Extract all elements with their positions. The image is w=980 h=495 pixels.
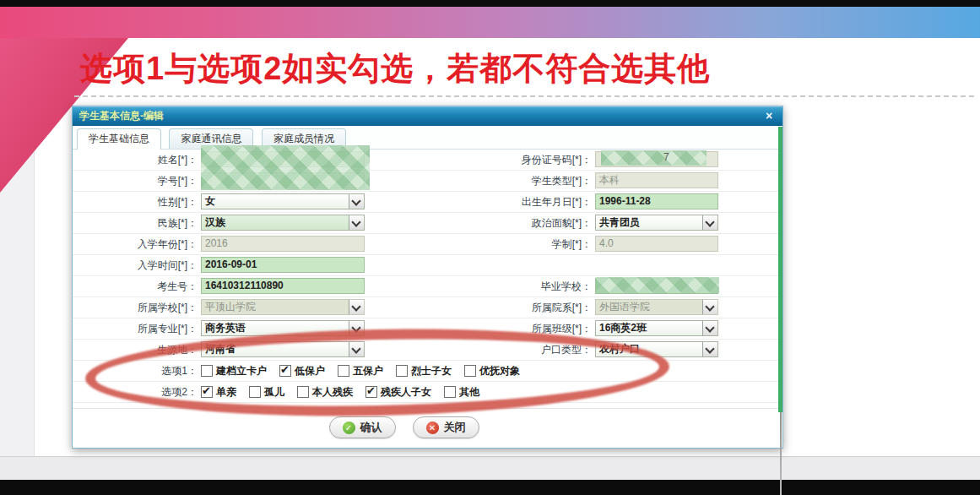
checkbox-icon[interactable]: [464, 365, 476, 377]
chevron-down-icon: [702, 215, 717, 230]
row-gender-birthdate: 性别[*]： 女 出生年月日[*]： 1996-11-28: [73, 192, 782, 213]
scrollbar-thumb[interactable]: [778, 127, 782, 412]
check-icon: ✓: [343, 422, 355, 434]
id-number-field[interactable]: 4: [595, 151, 718, 167]
row-major-class: 所属专业[*]： 商务英语 所属班级[*]： 16商英2班: [73, 318, 782, 340]
chevron-down-icon: [702, 321, 717, 335]
checkbox-icon[interactable]: [297, 386, 309, 398]
ethnicity-select[interactable]: 汉族: [201, 215, 365, 231]
dialog-title: 学生基本信息-编辑: [79, 110, 164, 122]
hukou-type-select[interactable]: 农村户口: [595, 341, 718, 357]
row-option1: 选项1： 建档立卡户 低保户 五保户 烈士子女 优抚对象: [73, 361, 782, 382]
student-no-field[interactable]: [201, 172, 365, 188]
checkbox-icon[interactable]: [201, 386, 213, 398]
ethnicity-label: 民族[*]：: [73, 213, 198, 233]
chevron-down-icon: [702, 342, 717, 356]
exam-no-field[interactable]: 16410312110890: [201, 278, 365, 294]
row-examno-school: 考生号： 16410312110890 毕业学校：: [73, 276, 782, 297]
hukou-type-label: 户口类型：: [393, 340, 592, 360]
id-visible-char-right: 7: [663, 151, 669, 163]
chevron-down-icon: [349, 300, 364, 314]
checkbox-lieshizinv[interactable]: 烈士子女: [396, 364, 452, 378]
origin-select[interactable]: 河南省: [201, 341, 365, 357]
chevron-down-icon: [349, 342, 364, 356]
form-rows: 姓名[*]： 身份证号码[*]： 4 7 学号[*]： 学生类型[*]： 本科 …: [73, 150, 782, 403]
row-school-department: 所属学校[*]： 平顶山学院 所属院系[*]： 外国语学院: [73, 297, 782, 318]
exam-no-label: 考生号：: [73, 276, 198, 296]
close-button[interactable]: ✕关闭: [413, 416, 479, 438]
school-select[interactable]: 平顶山学院: [201, 299, 365, 315]
major-select[interactable]: 商务英语: [201, 320, 365, 336]
political-status-select[interactable]: 共青团员: [595, 215, 718, 231]
row-enrollyear-length: 入学年份[*]： 2016 学制[*]： 4.0: [73, 234, 782, 255]
tab-bar: 学生基础信息 家庭通讯信息 家庭成员情况: [73, 126, 782, 150]
checkbox-benrencanji[interactable]: 本人残疾: [297, 385, 353, 400]
program-length-label: 学制[*]：: [393, 234, 592, 254]
option1-checkbox-group: 建档立卡户 低保户 五保户 烈士子女 优抚对象: [201, 361, 520, 381]
dialog-titlebar[interactable]: 学生基本信息-编辑 ×: [73, 106, 782, 126]
row-origin-hukou: 生源地： 河南省 户口类型： 农村户口: [73, 340, 782, 361]
dashed-divider: [74, 95, 974, 97]
row-studentno-type: 学号[*]： 学生类型[*]： 本科: [73, 171, 782, 192]
chevron-down-icon: [349, 194, 364, 209]
political-status-label: 政治面貌[*]：: [393, 213, 592, 233]
checkbox-youfuduixiang[interactable]: 优抚对象: [464, 364, 520, 378]
checkbox-guer[interactable]: 孤儿: [249, 385, 284, 400]
gender-label: 性别[*]：: [73, 192, 198, 212]
chevron-down-icon: [349, 321, 364, 335]
chevron-down-icon: [702, 300, 717, 314]
letterbox-bottom-bar: [0, 480, 980, 495]
school-label: 所属学校[*]：: [73, 297, 198, 318]
option1-label: 选项1：: [73, 361, 198, 381]
close-icon[interactable]: ×: [762, 109, 776, 122]
student-info-edit-dialog: 学生基本信息-编辑 × 学生基础信息 家庭通讯信息 家庭成员情况 姓名[*]： …: [72, 106, 783, 449]
name-field[interactable]: [201, 151, 365, 167]
checkbox-icon[interactable]: [338, 365, 349, 377]
slide-bottom-strip: [0, 456, 980, 481]
origin-label: 生源地：: [73, 340, 198, 360]
option2-checkbox-group: 单亲 孤儿 本人残疾 残疾人子女 其他: [201, 382, 479, 402]
confirm-button[interactable]: ✓确认: [329, 416, 396, 438]
checkbox-icon[interactable]: [444, 386, 456, 398]
enroll-year-label: 入学年份[*]：: [73, 234, 198, 254]
tab-student-basic-info[interactable]: 学生基础信息: [77, 128, 161, 150]
id-number-label: 身份证号码[*]：: [393, 150, 592, 170]
close-icon: ✕: [426, 422, 439, 434]
annotation-headline: 选项1与选项2如实勾选，若都不符合选其他: [80, 47, 710, 90]
class-select[interactable]: 16商英2班: [595, 320, 718, 336]
row-option2: 选项2： 单亲 孤儿 本人残疾 残疾人子女 其他: [73, 382, 782, 403]
checkbox-icon[interactable]: [279, 365, 291, 377]
checkbox-icon[interactable]: [365, 386, 377, 398]
birthdate-label: 出生年月日[*]：: [393, 192, 592, 212]
student-type-field[interactable]: 本科: [595, 172, 718, 188]
enroll-year-field[interactable]: 2016: [201, 236, 365, 252]
gender-select[interactable]: 女: [201, 193, 365, 209]
checkbox-danqin[interactable]: 单亲: [201, 385, 236, 400]
option2-label: 选项2：: [73, 382, 198, 402]
row-name-id: 姓名[*]： 身份证号码[*]： 4 7: [73, 150, 782, 171]
checkbox-icon[interactable]: [396, 365, 408, 377]
slide-top-gradient-band: [0, 7, 980, 38]
department-label: 所属院系[*]：: [393, 297, 592, 318]
row-ethnic-political: 民族[*]： 汉族 政治面貌[*]： 共青团员: [73, 213, 782, 234]
checkbox-jiandanglika[interactable]: 建档立卡户: [201, 364, 267, 378]
enroll-date-field[interactable]: 2016-09-01: [201, 257, 365, 273]
checkbox-canjirenzinv[interactable]: 残疾人子女: [365, 385, 431, 400]
checkbox-icon[interactable]: [201, 365, 213, 377]
scrollbar-track[interactable]: [780, 412, 782, 495]
checkbox-wubaohu[interactable]: 五保户: [338, 364, 383, 378]
birthdate-field[interactable]: 1996-11-28: [595, 193, 718, 209]
enroll-date-label: 入学时间[*]：: [73, 255, 198, 275]
graduate-school-label: 毕业学校：: [393, 276, 592, 296]
graduate-school-field[interactable]: [595, 278, 718, 294]
tab-family-contact-info[interactable]: 家庭通讯信息: [169, 128, 253, 149]
checkbox-icon[interactable]: [249, 386, 261, 398]
checkbox-qita[interactable]: 其他: [444, 385, 479, 400]
student-no-label: 学号[*]：: [73, 171, 198, 191]
department-select[interactable]: 外国语学院: [595, 299, 718, 315]
program-length-field[interactable]: 4.0: [595, 236, 718, 252]
major-label: 所属专业[*]：: [73, 318, 198, 339]
row-enrolldate: 入学时间[*]： 2016-09-01: [73, 255, 782, 276]
tab-family-members[interactable]: 家庭成员情况: [262, 128, 346, 149]
checkbox-dibaohu[interactable]: 低保户: [279, 364, 325, 378]
